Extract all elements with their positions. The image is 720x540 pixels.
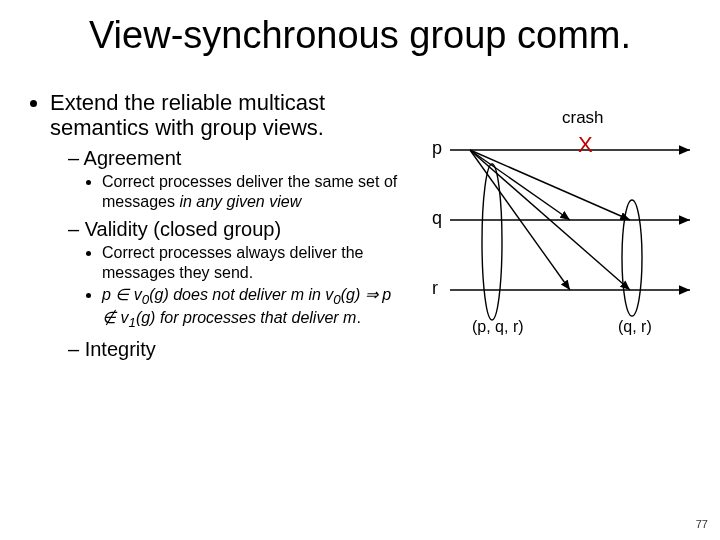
vs2h: 1 [128,316,135,331]
vs2f: 0 [333,292,340,307]
process-label-r: r [432,278,438,299]
view-label-1: (q, r) [618,318,652,336]
process-label-p: p [432,138,442,159]
slide-body: Extend the reliable multicast semantics … [28,90,408,365]
bullet-validity: Validity (closed group) Correct processe… [68,218,408,333]
vs2a: p ∈ v [102,286,142,303]
vs2j: m [343,309,356,326]
svg-point-7 [482,164,502,320]
vs2i: (g) for processes that deliver [136,309,343,326]
svg-point-8 [622,200,642,316]
integrity-label: Integrity [85,338,156,360]
validity-sub1: Correct processes always deliver the mes… [102,243,408,283]
process-label-q: q [432,208,442,229]
bullet-list-l1: Extend the reliable multicast semantics … [28,90,408,361]
diagram: crash X p q r (p, q, r) (q, r) [430,110,700,370]
slide: View-synchronous group comm. Extend the … [0,0,720,540]
crash-x-icon: X [578,132,593,158]
bullet-list-l3-agreement: Correct processes deliver the same set o… [68,172,408,212]
bullet-extend: Extend the reliable multicast semantics … [50,90,408,361]
agreement-sub-em: in any given view [179,193,301,210]
validity-sub2: p ∈ v0(g) does not deliver m in v0(g) ⇒ … [102,285,408,333]
view-label-0: (p, q, r) [472,318,524,336]
bullet-agreement: Agreement Correct processes deliver the … [68,147,408,212]
validity-label: Validity (closed group) [85,218,281,240]
agreement-sub: Correct processes deliver the same set o… [102,172,408,212]
svg-line-5 [470,150,630,220]
vs2e: in v [304,286,333,303]
crash-label: crash [562,108,604,128]
vs2c: (g) does not deliver [149,286,290,303]
bullet-integrity: Integrity [68,338,408,361]
agreement-label: Agreement [84,147,182,169]
bullet-list-l2: Agreement Correct processes deliver the … [50,147,408,362]
bullet-extend-text: Extend the reliable multicast semantics … [50,90,325,140]
slide-title: View-synchronous group comm. [0,14,720,57]
bullet-list-l3-validity: Correct processes always deliver the mes… [68,243,408,333]
vs2k: . [356,309,360,326]
diagram-svg [430,110,700,370]
page-number: 77 [696,518,708,530]
vs2d: m [291,286,304,303]
